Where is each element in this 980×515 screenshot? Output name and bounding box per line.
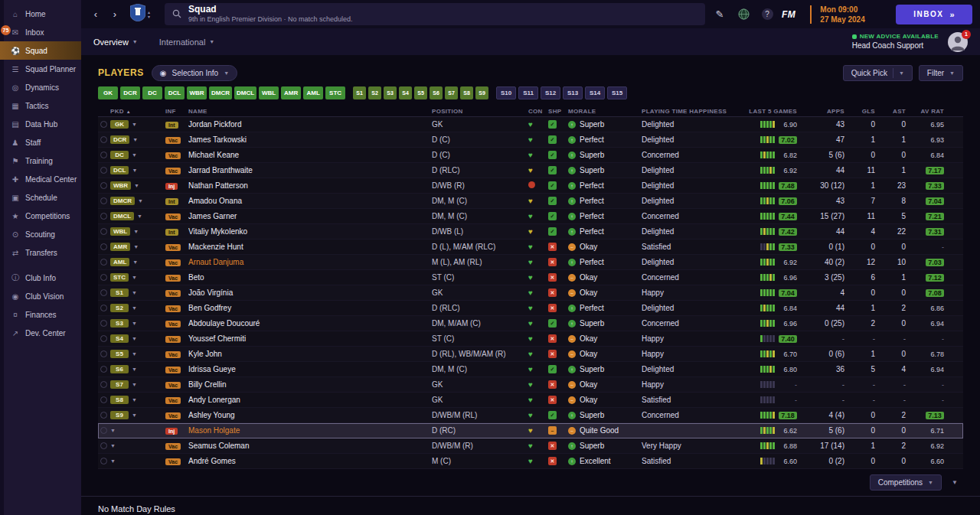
row-status-circle[interactable]: [100, 442, 107, 449]
player-name[interactable]: Idrissa Gueye: [188, 365, 432, 373]
row-status-circle[interactable]: [100, 381, 107, 388]
chevron-down-icon[interactable]: ▼: [132, 137, 138, 142]
player-name[interactable]: Beto: [188, 273, 432, 282]
player-row[interactable]: S1▼VacJoão VirgíniaGK♥✕–OkayHappy7.04400…: [98, 285, 963, 301]
picked-position-cell[interactable]: WBR▼: [110, 181, 165, 190]
player-row[interactable]: DMCR▼IntAmadou OnanaDM, M (C)♥✓↑PerfectD…: [98, 194, 963, 209]
sidebar-item-staff[interactable]: ♟Staff: [0, 133, 81, 152]
player-name[interactable]: Mason Holgate: [188, 426, 432, 435]
player-name[interactable]: João Virgínia: [188, 288, 432, 297]
player-row[interactable]: S7▼VacBilly CrellinGK♥✕–OkayHappy-----: [98, 377, 963, 393]
player-name[interactable]: James Garner: [188, 212, 432, 220]
picked-position-cell[interactable]: AMR▼: [110, 243, 165, 251]
sidebar-item-training[interactable]: ⚑Training: [0, 152, 81, 170]
pos-filter-aml[interactable]: AML: [303, 86, 323, 99]
row-status-circle[interactable]: [100, 274, 107, 281]
sidebar-item-tactics[interactable]: ▦Tactics: [0, 96, 81, 115]
pos-filter-s4[interactable]: S4: [399, 86, 412, 99]
player-row[interactable]: S6▼VacIdrissa GueyeDM, M (C)♥✓↑SuperbDel…: [98, 362, 963, 377]
forward-button[interactable]: ›: [108, 7, 122, 22]
row-status-circle[interactable]: [100, 305, 107, 311]
competitions-dropdown[interactable]: Competitions▼: [870, 474, 942, 491]
row-status-circle[interactable]: [100, 350, 107, 357]
chevron-down-icon[interactable]: ▼: [134, 183, 139, 188]
sidebar-item-squad[interactable]: ⚽Squad: [0, 41, 81, 60]
picked-position-cell[interactable]: S8▼: [110, 396, 165, 404]
pos-filter-wbl[interactable]: WBL: [259, 86, 279, 99]
pos-filter-s6[interactable]: S6: [430, 86, 443, 99]
player-row[interactable]: DMCL▼VacJames GarnerDM, M (C)♥✓↑PerfectC…: [98, 209, 963, 224]
pos-filter-s8[interactable]: S8: [460, 86, 473, 99]
club-switcher[interactable]: ▴▾: [148, 10, 150, 19]
player-name[interactable]: Michael Keane: [188, 151, 432, 159]
picked-position-cell[interactable]: S4▼: [110, 334, 165, 343]
row-status-circle[interactable]: [100, 152, 107, 158]
player-row[interactable]: AMR▼VacMackenzie HuntD (L), M/AM (RLC)♥✕…: [98, 240, 963, 255]
pos-filter-s11[interactable]: S11: [518, 86, 538, 99]
col-header-last-5-games[interactable]: LAST 5 GAMES: [732, 108, 799, 115]
selection-info-dropdown[interactable]: ◉ Selection Info ▼: [152, 65, 237, 81]
col-header-pkd[interactable]: PKD▲: [110, 108, 165, 115]
player-row[interactable]: S3▼VacAbdoulaye DoucouréDM, M/AM (C)♥✓↑S…: [98, 316, 963, 331]
chevron-down-icon[interactable]: ▼: [132, 351, 137, 357]
picked-position-cell[interactable]: S2▼: [110, 304, 165, 312]
pos-filter-s9[interactable]: S9: [475, 86, 488, 99]
chevron-down-icon[interactable]: ▼: [132, 275, 137, 280]
player-row[interactable]: S5▼VacKyle JohnD (RL), WB/M/AM (R)♥✕–Oka…: [98, 347, 963, 362]
chevron-down-icon[interactable]: ▼: [138, 198, 143, 204]
picked-position-cell[interactable]: S7▼: [110, 380, 165, 389]
pos-filter-dmcl[interactable]: DMCL: [234, 86, 256, 99]
player-row[interactable]: WBL▼IntVitaliy MykolenkoD/WB (L)♥✓↑Perfe…: [98, 224, 963, 240]
pos-filter-amr[interactable]: AMR: [281, 86, 301, 99]
picked-position-cell[interactable]: S6▼: [110, 365, 165, 373]
row-status-circle[interactable]: [100, 136, 107, 143]
sidebar-item-schedule[interactable]: ▣Schedule: [0, 188, 81, 207]
row-status-circle[interactable]: [100, 427, 107, 434]
picked-position-cell[interactable]: DC▼: [110, 151, 165, 159]
chevron-down-icon[interactable]: ▼: [110, 458, 116, 464]
sidebar-item-inbox[interactable]: 75✉Inbox: [0, 23, 81, 41]
chevron-down-icon[interactable]: ▼: [132, 397, 137, 403]
chevron-down-icon[interactable]: ▼: [133, 244, 139, 249]
chevron-down-icon[interactable]: ▼: [132, 259, 138, 265]
pos-filter-s10[interactable]: S10: [496, 86, 516, 99]
sidebar-item-dev-center[interactable]: ↗Dev. Center: [0, 324, 81, 342]
picked-position-cell[interactable]: DMCL▼: [110, 212, 165, 220]
picked-position-cell[interactable]: S3▼: [110, 319, 165, 328]
col-header-name[interactable]: NAME: [188, 108, 432, 115]
pos-filter-s5[interactable]: S5: [414, 86, 427, 99]
chevron-down-icon[interactable]: ▼: [132, 168, 137, 173]
player-name[interactable]: André Gomes: [188, 457, 432, 465]
sidebar-item-finances[interactable]: ¤Finances: [0, 305, 81, 324]
pos-filter-gk[interactable]: GK: [98, 86, 118, 99]
chevron-down-icon[interactable]: ▼: [110, 443, 116, 448]
row-status-circle[interactable]: [100, 182, 107, 189]
edit-icon[interactable]: ✎: [710, 6, 729, 23]
pos-filter-s15[interactable]: S15: [607, 86, 627, 99]
chevron-down-icon[interactable]: ▼: [132, 412, 137, 418]
header-search-box[interactable]: Squad 9th in English Premier Division · …: [165, 3, 705, 25]
back-button[interactable]: ‹: [89, 7, 103, 22]
player-row[interactable]: GK▼IntJordan PickfordGK♥✓↑SuperbDelighte…: [98, 117, 963, 132]
chevron-down-icon[interactable]: ▼: [133, 229, 139, 234]
row-status-circle[interactable]: [100, 396, 107, 403]
player-row[interactable]: DCL▼VacJarrad BranthwaiteD (RLC)♥✓↑Super…: [98, 163, 963, 178]
chevron-down-icon[interactable]: ▼: [132, 290, 137, 295]
row-status-circle[interactable]: [100, 335, 107, 342]
chevron-down-icon[interactable]: ▼: [132, 367, 137, 372]
row-status-circle[interactable]: [100, 243, 107, 250]
col-header-gls[interactable]: GLS: [847, 108, 877, 115]
player-row[interactable]: DC▼VacMichael KeaneD (C)♥✓↑SuperbConcern…: [98, 148, 963, 163]
row-status-circle[interactable]: [100, 197, 107, 204]
pos-filter-s13[interactable]: S13: [563, 86, 583, 99]
col-header-ast[interactable]: AST: [877, 108, 908, 115]
panel-collapse-button[interactable]: ▼: [946, 474, 963, 491]
pos-filter-wbr[interactable]: WBR: [187, 86, 207, 99]
player-row[interactable]: S8▼VacAndy LonerganGK♥✕–OkaySatisfied---…: [98, 393, 963, 408]
tab-overview[interactable]: Overview▼: [93, 37, 138, 47]
sidebar-item-home[interactable]: ⌂Home: [0, 5, 81, 23]
player-row[interactable]: ▼VacSeamus ColemanD/WB/M (R)♥✕↑SuperbVer…: [98, 438, 963, 454]
player-name[interactable]: Abdoulaye Doucouré: [188, 319, 432, 328]
picked-position-cell[interactable]: S9▼: [110, 411, 165, 419]
sidebar-item-club-info[interactable]: ⓘClub Info: [0, 269, 81, 287]
